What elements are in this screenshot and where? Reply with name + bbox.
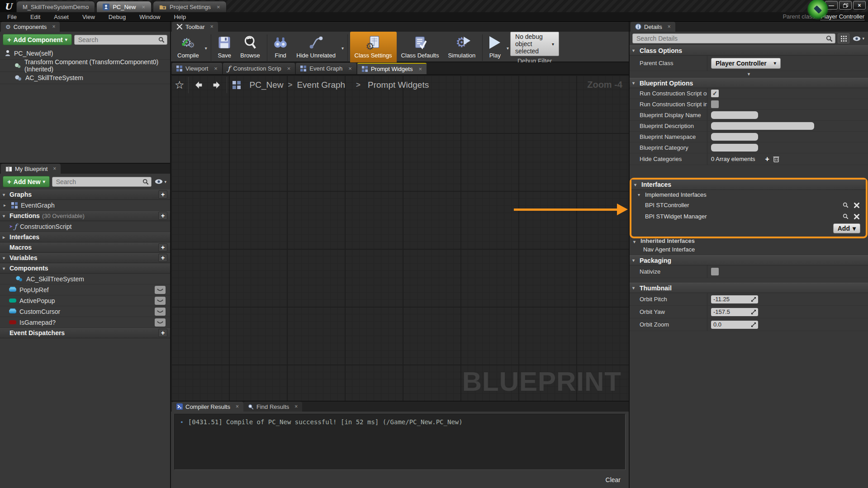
component-row-self[interactable]: PC_New(self) — [0, 47, 170, 60]
my-blueprint-search-input[interactable] — [52, 177, 152, 187]
advanced-expander[interactable]: ▼ — [630, 71, 868, 78]
reset-value-icon[interactable] — [751, 297, 756, 302]
close-icon[interactable]: × — [53, 166, 56, 171]
menu-file[interactable]: File — [7, 14, 17, 20]
display-settings-button[interactable] — [838, 33, 849, 43]
add-interface-button[interactable]: Add ▾ — [833, 223, 860, 233]
orbit-zoom-field[interactable]: 0.0 — [711, 321, 758, 329]
tab-find-results[interactable]: Find Results × — [243, 402, 302, 412]
variables-section-header[interactable]: ▾ Variables + — [0, 253, 170, 263]
add-graph-button[interactable]: + — [158, 190, 167, 199]
variable-row[interactable]: IsGamepad? — [0, 317, 170, 328]
window-tab-skilltree-demo[interactable]: M_SkillTreeSystemDemo — [16, 1, 95, 12]
variable-row[interactable]: PopUpRef — [0, 284, 170, 295]
tab-toolbar[interactable]: Toolbar × — [172, 22, 218, 32]
back-arrow-icon[interactable] — [195, 81, 205, 89]
variable-row-component[interactable]: AC_SkillTreeSystem — [0, 274, 170, 284]
implemented-interfaces-header[interactable]: ▾ Implemented Interfaces — [631, 190, 866, 199]
hide-unrelated-button[interactable]: Hide Unrelated — [292, 32, 340, 65]
breadcrumb-item-root[interactable]: PC_New — [250, 80, 284, 90]
component-row-skilltree[interactable]: AC_SkillTreeSystem — [0, 72, 170, 84]
simulation-button[interactable]: ⚙ Simulation — [443, 32, 480, 65]
graph-canvas[interactable]: ☆ PC_New > Event Graph > Prompt Widgets … — [171, 75, 629, 401]
close-icon[interactable]: × — [348, 66, 352, 71]
reset-value-icon[interactable] — [751, 322, 756, 327]
checkbox-unchecked[interactable] — [711, 268, 719, 275]
add-event-dispatcher-button[interactable]: + — [158, 329, 167, 337]
find-interface-icon[interactable] — [843, 202, 849, 208]
menu-help[interactable]: Help — [174, 14, 186, 20]
variable-row[interactable]: ActivePopup — [0, 295, 170, 306]
close-icon[interactable]: × — [217, 4, 220, 10]
close-icon[interactable]: × — [294, 404, 298, 409]
functions-section-header[interactable]: ▾ Functions (30 Overridable) + — [0, 211, 170, 221]
add-function-button[interactable]: + — [158, 212, 167, 220]
components-search-input[interactable] — [74, 35, 167, 45]
details-search-input[interactable] — [632, 33, 835, 43]
add-variable-button[interactable]: + — [158, 254, 167, 262]
tab-components[interactable]: ⚙ Components × — [1, 22, 60, 32]
find-button[interactable]: Find — [269, 32, 292, 65]
event-dispatchers-section-header[interactable]: Event Dispatchers + — [0, 328, 170, 338]
thumbnail-header[interactable]: ▾ Thumbnail — [630, 283, 868, 293]
close-icon[interactable]: × — [214, 66, 218, 71]
close-icon[interactable]: × — [236, 404, 239, 409]
forward-arrow-icon[interactable] — [210, 81, 220, 89]
window-tab-pc-new[interactable]: PC_New × — [96, 1, 152, 12]
closed-eye-button[interactable] — [155, 308, 166, 316]
favorite-star-icon[interactable]: ☆ — [175, 79, 185, 91]
breadcrumb-item-event-graph[interactable]: Event Graph — [297, 80, 345, 90]
reset-value-icon[interactable] — [751, 310, 756, 314]
blueprint-options-header[interactable]: ▾ Blueprint Options — [630, 78, 868, 88]
class-settings-button[interactable]: ⚙ Class Settings — [350, 32, 397, 65]
parent-class-dropdown[interactable]: Player Controller ▾ — [711, 58, 781, 69]
closed-eye-button[interactable] — [155, 318, 166, 327]
debug-filter-dropdown[interactable]: No debug object selected ▾ — [510, 32, 559, 56]
menu-debug[interactable]: Debug — [109, 14, 126, 20]
remove-interface-icon[interactable] — [854, 214, 859, 219]
compile-options-caret[interactable]: ▾ — [204, 32, 209, 65]
tab-compiler-results[interactable]: Compiler Results × — [172, 402, 243, 412]
play-options-caret[interactable]: ▾ — [505, 32, 510, 65]
tab-event-graph[interactable]: Event Graph × — [296, 63, 356, 74]
variables-components-category[interactable]: ▾ Components — [0, 263, 170, 274]
hide-unrelated-caret[interactable]: ▾ — [340, 32, 345, 65]
menu-view[interactable]: View — [82, 14, 95, 20]
checkbox-unchecked[interactable] — [711, 100, 719, 108]
variable-row[interactable]: CustomCursor — [0, 306, 170, 317]
add-macro-button[interactable]: + — [158, 243, 167, 251]
tab-details[interactable]: Details × — [631, 22, 675, 32]
close-icon[interactable]: × — [287, 66, 291, 71]
find-interface-icon[interactable] — [843, 213, 849, 219]
close-icon[interactable]: × — [418, 66, 422, 72]
window-tab-project-settings[interactable]: Project Settings × — [153, 1, 227, 12]
blueprint-description-field[interactable] — [711, 122, 814, 130]
inherited-interface-row[interactable]: Nav Agent Interface — [630, 244, 868, 255]
tutorial-icon[interactable] — [807, 0, 828, 20]
class-defaults-button[interactable]: Class Defaults — [397, 32, 444, 65]
interface-row[interactable]: BPI STController — [631, 199, 866, 211]
orbit-yaw-field[interactable]: -157.5 — [711, 308, 758, 316]
trash-icon[interactable] — [773, 156, 779, 162]
inherited-interfaces-header[interactable]: ▾ Inherited Interfaces — [630, 238, 868, 244]
blueprint-display-name-field[interactable] — [711, 111, 758, 119]
menu-window[interactable]: Window — [139, 14, 160, 20]
restore-button[interactable] — [839, 1, 852, 9]
menu-edit[interactable]: Edit — [30, 14, 40, 20]
add-component-button[interactable]: + Add Component ▾ — [3, 34, 72, 45]
tab-viewport[interactable]: Viewport × — [172, 63, 222, 74]
details-view-options-button[interactable]: ▾ — [852, 36, 865, 41]
blueprint-namespace-field[interactable] — [711, 133, 758, 141]
clear-button[interactable]: Clear — [606, 476, 621, 483]
event-graph-item[interactable]: ▸ EventGraph — [0, 200, 170, 211]
interface-row[interactable]: BPI STWidget Manager — [631, 211, 866, 222]
tab-my-blueprint[interactable]: My Blueprint × — [1, 164, 61, 174]
compiler-log[interactable]: • [0431.51] Compile of PC_New successful… — [174, 414, 626, 470]
blueprint-category-field[interactable] — [711, 144, 758, 152]
interfaces-header[interactable]: ▾ Interfaces — [631, 180, 866, 190]
close-icon[interactable]: × — [52, 24, 55, 29]
closed-eye-button[interactable] — [155, 297, 166, 305]
checkbox-checked[interactable]: ✓ — [711, 90, 719, 97]
save-button[interactable]: Save — [213, 32, 236, 65]
orbit-pitch-field[interactable]: -11.25 — [711, 295, 758, 303]
